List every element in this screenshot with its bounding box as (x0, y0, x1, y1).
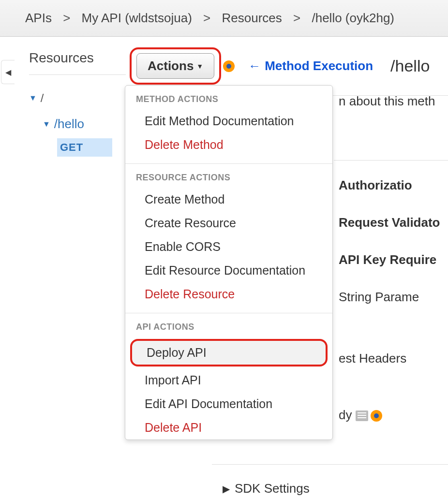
menu-item-delete-method[interactable]: Delete Method (125, 133, 332, 157)
tree-row-get[interactable]: GET (57, 138, 112, 157)
method-execution-label: Method Execution (265, 59, 373, 73)
menu-item-create-method[interactable]: Create Method (125, 188, 332, 211)
caret-down-icon: ▼ (196, 62, 203, 70)
tree-method-label[interactable]: GET (60, 141, 83, 154)
sdk-settings-label: SDK Settings (235, 481, 310, 496)
breadcrumb-item[interactable]: /hello (oyk2hg) (312, 11, 394, 25)
query-string-params-label: String Parame (339, 286, 448, 308)
breadcrumb-separator: > (203, 11, 210, 25)
sdk-settings-row[interactable]: ▶ SDK Settings (223, 481, 310, 496)
chevron-down-icon[interactable]: ▼ (43, 120, 50, 129)
authorization-label: Authorizatio (339, 174, 448, 197)
menu-item-enable-cors[interactable]: Enable CORS (125, 235, 332, 259)
dropdown-section-api: API ACTIONS (125, 313, 332, 337)
menu-item-edit-resource-doc[interactable]: Edit Resource Documentation (125, 259, 332, 282)
indicator-dot-icon (223, 60, 235, 72)
actions-button-highlight: Actions ▼ (130, 47, 221, 85)
divider (212, 464, 448, 465)
actions-button[interactable]: Actions ▼ (136, 53, 214, 79)
tree-hello-label[interactable]: /hello (54, 117, 84, 132)
chevron-down-icon[interactable]: ▼ (29, 94, 37, 103)
resource-tree: ▼ / ▼ /hello GET (29, 89, 121, 157)
dropdown-section-method: METHOD ACTIONS (125, 86, 332, 109)
method-details: n about this meth Authorizatio Request V… (339, 90, 448, 426)
breadcrumb-item[interactable]: My API (wldstsojua) (82, 11, 192, 25)
breadcrumb-separator: > (293, 11, 300, 25)
info-text: n about this meth (339, 90, 448, 113)
menu-item-create-resource[interactable]: Create Resource (125, 211, 332, 235)
menu-item-delete-resource[interactable]: Delete Resource (125, 282, 332, 306)
api-key-required-label: API Key Require (339, 249, 448, 271)
breadcrumb-item[interactable]: Resources (222, 11, 282, 25)
tree-row-root[interactable]: ▼ / (29, 89, 121, 107)
sidebar: Resources ▼ / ▼ /hello GET (0, 37, 121, 157)
page-title: /hello (390, 57, 430, 75)
request-headers-label: est Headers (339, 347, 448, 370)
request-validator-label: Request Validato (339, 211, 448, 234)
tree-root-label[interactable]: / (41, 91, 44, 105)
indicator-dot-icon (371, 410, 382, 422)
dropdown-section-resource: RESOURCE ACTIONS (125, 164, 332, 188)
method-execution-link[interactable]: ← Method Execution (248, 59, 373, 73)
main-content: Actions ▼ ← Method Execution /hello METH… (121, 37, 448, 157)
menu-item-delete-api[interactable]: Delete API (125, 416, 332, 439)
tree-row-hello[interactable]: ▼ /hello (43, 115, 121, 133)
menu-item-import-api[interactable]: Import API (125, 368, 332, 392)
actions-button-label: Actions (148, 59, 194, 73)
divider (334, 160, 448, 161)
arrow-left-icon: ← (248, 59, 261, 73)
menu-item-deploy-api-highlight: Deploy API (130, 339, 328, 366)
chevron-left-icon: ◀ (5, 68, 11, 77)
book-icon (356, 410, 368, 421)
request-body-label: dy (339, 408, 352, 422)
menu-item-edit-api-doc[interactable]: Edit API Documentation (125, 392, 332, 416)
chevron-right-icon: ▶ (223, 483, 230, 495)
breadcrumb: APIs > My API (wldstsojua) > Resources >… (0, 0, 448, 37)
menu-item-edit-method-doc[interactable]: Edit Method Documentation (125, 109, 332, 133)
menu-item-deploy-api[interactable]: Deploy API (132, 341, 326, 365)
breadcrumb-item[interactable]: APIs (25, 11, 52, 25)
breadcrumb-separator: > (63, 11, 70, 25)
sidebar-collapse-handle[interactable]: ◀ (1, 60, 15, 84)
sidebar-title: Resources (29, 50, 126, 75)
request-body-row: dy (339, 404, 448, 426)
actions-dropdown: METHOD ACTIONS Edit Method Documentation… (125, 85, 333, 440)
